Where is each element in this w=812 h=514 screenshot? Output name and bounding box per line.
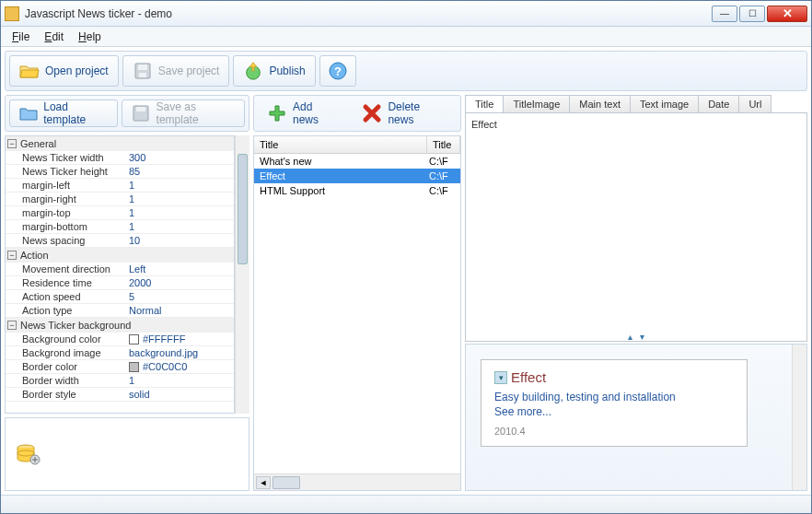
close-button[interactable]: ✕ (767, 6, 807, 22)
database-icon[interactable] (15, 443, 41, 465)
property-row[interactable]: Border width1 (6, 374, 234, 388)
tab-main-text[interactable]: Main text (569, 95, 631, 112)
news-title: HTML Support (254, 184, 427, 197)
scroll-thumb[interactable] (273, 476, 300, 489)
delete-news-button[interactable]: Delete news (353, 99, 457, 127)
save-icon (132, 103, 150, 123)
menu-edit[interactable]: Edit (39, 29, 69, 45)
property-group-label: News Ticker background (20, 320, 131, 331)
news-list-hscroll[interactable]: ◄ (254, 473, 460, 490)
app-icon (5, 6, 19, 21)
save-as-template-label: Save as template (157, 100, 235, 126)
property-row[interactable]: margin-top1 (6, 206, 234, 220)
property-row[interactable]: Movement directionLeft (6, 263, 234, 276)
minimize-button[interactable]: — (712, 6, 737, 22)
property-row[interactable]: Action typeNormal (6, 304, 234, 318)
property-value: 2000 (129, 277, 151, 288)
color-swatch-icon (129, 362, 139, 372)
next-icon[interactable]: ▾ (640, 332, 644, 342)
property-value: 5 (129, 291, 134, 302)
menu-file[interactable]: File (6, 29, 35, 45)
property-row[interactable]: Action speed5 (6, 290, 234, 304)
property-grid-panel: −GeneralNews Ticker width300News Ticker … (5, 135, 249, 414)
add-news-button[interactable]: Add news (258, 99, 349, 127)
property-row[interactable]: Residence time2000 (6, 276, 234, 290)
load-template-label: Load template (43, 100, 108, 126)
preview-card: ▾ Effect Easy building, testing and inst… (481, 359, 748, 447)
load-template-button[interactable]: Load template (9, 99, 118, 127)
delete-x-icon (362, 103, 382, 123)
property-key: Background color (6, 333, 125, 345)
news-list-row[interactable]: What's newC:\F (254, 154, 460, 169)
property-value: solid (129, 389, 150, 400)
save-as-template-button[interactable]: Save as template (122, 99, 245, 127)
tab-content[interactable]: Effect (465, 112, 807, 342)
property-value: background.jpg (129, 347, 198, 358)
property-value: 85 (129, 166, 140, 177)
save-project-button[interactable]: Save project (122, 55, 230, 87)
menu-help[interactable]: Help (73, 29, 107, 45)
col-titleimg[interactable]: Title (427, 136, 460, 153)
property-row[interactable]: margin-right1 (6, 193, 234, 206)
property-key: Border color (6, 360, 125, 373)
property-row[interactable]: News Ticker height85 (6, 165, 234, 179)
property-row[interactable]: News Ticker width300 (6, 151, 234, 165)
tab-text-image[interactable]: Text image (630, 95, 699, 112)
svg-rect-2 (139, 73, 146, 77)
property-key: News Ticker height (6, 165, 125, 178)
property-value: 1 (129, 375, 134, 386)
preview-scrollbar[interactable] (792, 345, 806, 490)
property-row[interactable]: margin-bottom1 (6, 220, 234, 234)
property-group-action[interactable]: −Action (6, 248, 234, 263)
add-news-label: Add news (293, 100, 340, 126)
tab-date[interactable]: Date (698, 95, 739, 112)
col-title[interactable]: Title (254, 136, 427, 153)
property-value: 1 (129, 180, 134, 191)
svg-rect-1 (138, 64, 147, 70)
property-group-general[interactable]: −General (6, 136, 234, 151)
property-row[interactable]: News spacing10 (6, 234, 234, 248)
preview-date: 2010.4 (494, 426, 734, 437)
tab-url[interactable]: Url (738, 95, 771, 112)
help-button[interactable]: ? (319, 55, 356, 87)
folder-open-icon (19, 61, 40, 81)
tab-titleimage[interactable]: TitleImage (503, 95, 570, 112)
save-project-label: Save project (158, 64, 220, 77)
collapse-icon[interactable]: − (7, 321, 17, 330)
open-project-button[interactable]: Open project (9, 55, 119, 87)
tab-title[interactable]: Title (465, 95, 504, 112)
property-row[interactable]: margin-left1 (6, 179, 234, 193)
app-window: Javascript News ticker - demo — ☐ ✕ File… (0, 0, 812, 514)
property-row[interactable]: Border stylesolid (6, 388, 234, 402)
property-grid-scrollbar[interactable] (235, 135, 249, 414)
preview-line2[interactable]: See more... (494, 405, 734, 418)
open-project-label: Open project (45, 64, 109, 77)
news-list-header: Title Title (254, 136, 460, 154)
folder-icon (19, 103, 38, 123)
scroll-left-icon[interactable]: ◄ (256, 476, 271, 489)
svg-text:?: ? (334, 64, 342, 78)
property-row[interactable]: Border color#C0C0C0 (6, 360, 234, 374)
publish-button[interactable]: Publish (233, 55, 315, 87)
property-value: 1 (129, 207, 134, 218)
property-value: #C0C0C0 (143, 361, 187, 372)
news-img-path: C:\F (427, 184, 460, 197)
left-column: Load template Save as template −GeneralN… (5, 95, 249, 491)
property-row[interactable]: Backgrond imagebackground.jpg (6, 346, 234, 360)
news-list-row[interactable]: EffectC:\F (254, 169, 460, 183)
property-key: margin-left (6, 179, 125, 192)
window-title: Javascript News ticker - demo (25, 7, 712, 20)
news-list-row[interactable]: HTML SupportC:\F (254, 183, 460, 198)
news-title: Effect (254, 169, 427, 182)
right-column: TitleTitleImageMain textText imageDateUr… (465, 95, 807, 491)
property-key: Action speed (6, 290, 125, 303)
property-grid[interactable]: −GeneralNews Ticker width300News Ticker … (5, 135, 235, 414)
property-key: News spacing (6, 234, 125, 247)
collapse-icon[interactable]: − (7, 251, 17, 260)
collapse-icon[interactable]: − (7, 139, 17, 148)
property-group-news-ticker-background[interactable]: −News Ticker background (6, 318, 234, 333)
news-list-body[interactable]: What's newC:\FEffectC:\FHTML SupportC:\F (254, 154, 460, 473)
maximize-button[interactable]: ☐ (739, 6, 765, 22)
property-row[interactable]: Background color#FFFFFF (6, 333, 234, 346)
prev-icon[interactable]: ▴ (628, 332, 632, 342)
